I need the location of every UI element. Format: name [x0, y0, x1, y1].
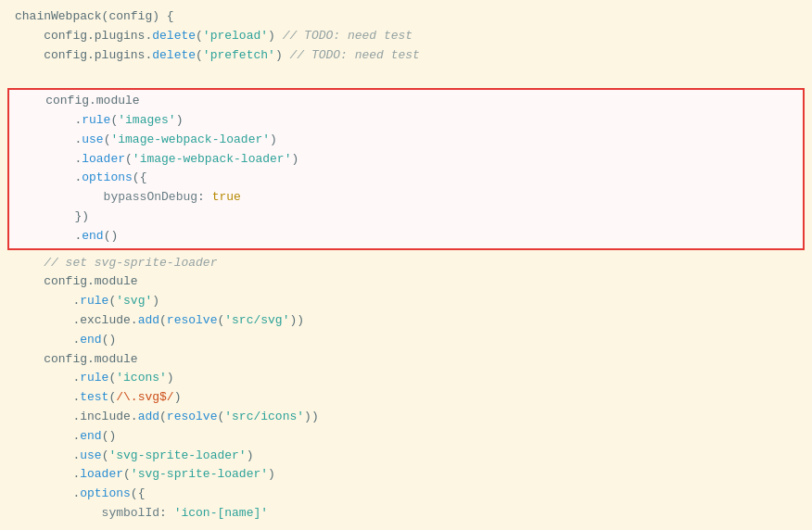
- code-line-a6: config.module: [0, 350, 812, 370]
- code-text: 'icon-[name]': [174, 504, 268, 524]
- code-text: 'svg-sprite-loader': [108, 447, 246, 466]
- code-text: end: [80, 427, 101, 447]
- code-text: config.plugins.: [15, 27, 152, 46]
- code-text: 'prefetch': [203, 46, 275, 66]
- code-text: (: [108, 292, 116, 311]
- code-line-h4: .loader('image-webpack-loader'): [9, 150, 803, 170]
- code-text: // set svg-sprite-loader: [15, 254, 217, 273]
- code-text: (: [108, 388, 116, 408]
- code-text: ): [268, 27, 283, 46]
- code-text: (): [104, 227, 119, 246]
- code-text: (: [196, 46, 203, 66]
- code-text: ): [268, 465, 275, 485]
- code-text: .: [17, 227, 82, 246]
- code-text: :: [159, 504, 174, 524]
- code-line-3: config.plugins.delete('prefetch') // TOD…: [0, 46, 812, 66]
- code-text: .: [15, 292, 80, 311]
- code-text: chainWebpack(config) {: [15, 7, 174, 27]
- code-text: loader: [80, 465, 123, 485]
- code-text: (: [217, 408, 224, 427]
- code-text: 'svg': [116, 292, 152, 311]
- code-text: .exclude.: [15, 311, 138, 331]
- code-line-a14: symbolId: 'icon-[name]': [0, 504, 812, 524]
- code-text: ({: [131, 485, 146, 504]
- code-text: rule: [80, 292, 108, 311]
- code-text: (: [104, 131, 111, 150]
- code-line-a8: .test(/\.svg$/): [0, 388, 812, 408]
- code-text: .: [17, 169, 82, 188]
- code-line-h6: bypassOnDebug: true: [9, 188, 803, 208]
- code-text: (: [102, 447, 109, 466]
- code-text: resolve: [167, 311, 218, 331]
- code-text: ): [270, 131, 277, 150]
- code-text: )): [304, 408, 319, 427]
- code-text: .: [15, 465, 80, 485]
- code-text: bypassOnDebug: [17, 188, 197, 208]
- code-text: use: [80, 447, 101, 466]
- code-text: delete: [152, 46, 196, 66]
- code-text: add: [138, 311, 159, 331]
- code-line-a7: .rule('icons'): [0, 369, 812, 388]
- code-line-h5: .options({: [9, 169, 803, 188]
- code-text: // TODO: need test: [289, 46, 419, 66]
- code-line-h3: .use('image-webpack-loader'): [9, 131, 803, 150]
- code-text: rule: [82, 111, 110, 131]
- code-text: }): [17, 208, 89, 227]
- code-text: (: [123, 465, 131, 485]
- code-text: .: [15, 331, 80, 350]
- code-line-h7: }): [9, 208, 803, 227]
- code-text: ): [291, 150, 298, 170]
- code-line-a1: // set svg-sprite-loader: [0, 254, 812, 273]
- code-text: (): [102, 427, 117, 447]
- code-text: (: [217, 311, 224, 331]
- code-text: .: [17, 131, 82, 150]
- code-text: rule: [80, 369, 108, 388]
- code-line-h1: config.module: [9, 92, 803, 111]
- code-text: 'images': [118, 111, 175, 131]
- code-text: 'image-webpack-loader': [110, 131, 270, 150]
- code-text: loader: [82, 150, 125, 170]
- code-text: config.module: [17, 92, 140, 111]
- code-text: ): [152, 292, 159, 311]
- code-text: // TODO: need test: [283, 27, 412, 46]
- code-editor: chainWebpack(config) { config.plugins.de…: [0, 0, 812, 530]
- code-text: (: [196, 27, 203, 46]
- code-text: .: [17, 150, 82, 170]
- code-text: .: [15, 427, 80, 447]
- code-text: .: [15, 485, 80, 504]
- code-line-blank: [0, 65, 812, 84]
- code-text: delete: [152, 27, 196, 46]
- code-text: (: [108, 369, 116, 388]
- code-line-a13: .options({: [0, 485, 812, 504]
- code-line-a4: .exclude.add(resolve('src/svg')): [0, 311, 812, 331]
- code-text: (): [102, 331, 117, 350]
- code-text: :: [197, 188, 212, 208]
- code-text: ): [174, 388, 182, 408]
- code-text: (: [110, 111, 118, 131]
- code-line-a10: .end(): [0, 427, 812, 447]
- code-text: add: [138, 408, 159, 427]
- code-text: .: [15, 369, 80, 388]
- code-text: 'src/icons': [224, 408, 304, 427]
- code-text: symbolId: [15, 504, 159, 524]
- code-text: (: [125, 150, 133, 170]
- code-text: ): [247, 447, 254, 466]
- code-text: 'svg-sprite-loader': [131, 465, 268, 485]
- code-text: 'image-webpack-loader': [133, 150, 292, 170]
- code-line-a3: .rule('svg'): [0, 292, 812, 311]
- code-text: options: [82, 169, 133, 188]
- code-text: ({: [133, 169, 147, 188]
- code-text: .include.: [15, 408, 138, 427]
- code-text: test: [80, 388, 108, 408]
- highlighted-code-block: config.module .rule('images') .use('imag…: [7, 88, 805, 249]
- code-text: /\.svg$/: [116, 388, 173, 408]
- code-text: 'icons': [116, 369, 167, 388]
- code-line-h2: .rule('images'): [9, 111, 803, 131]
- code-text: resolve: [167, 408, 218, 427]
- code-line-a12: .loader('svg-sprite-loader'): [0, 465, 812, 485]
- code-text: ): [176, 111, 184, 131]
- code-text: end: [80, 331, 101, 350]
- code-line-a11: .use('svg-sprite-loader'): [0, 447, 812, 466]
- code-text: )): [289, 311, 304, 331]
- code-text: (: [159, 408, 167, 427]
